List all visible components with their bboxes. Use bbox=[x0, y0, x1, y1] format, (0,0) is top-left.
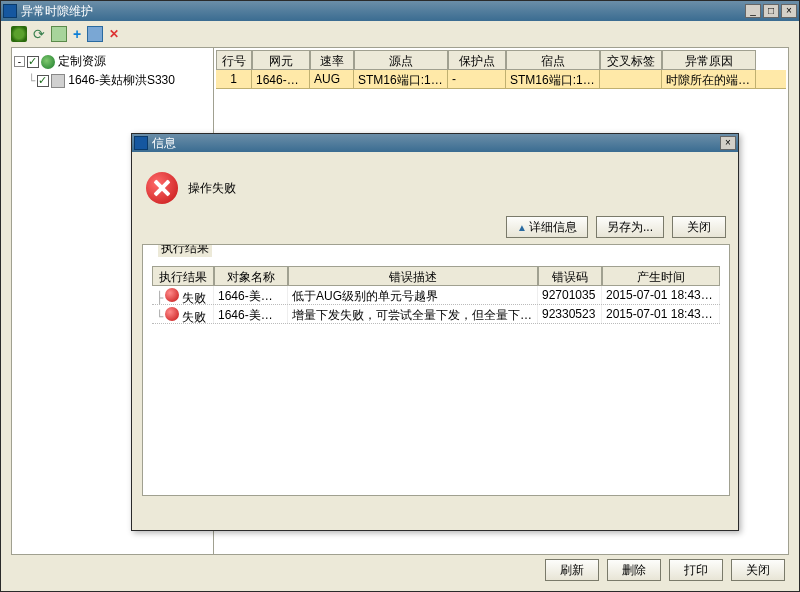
globe-icon bbox=[41, 55, 55, 69]
dialog-button-row: ▲详细信息 另存为... 关闭 bbox=[132, 214, 738, 240]
result-cell: 失败 bbox=[182, 291, 206, 304]
refresh-button[interactable]: 刷新 bbox=[545, 559, 599, 581]
dialog-titlebar: 信息 × bbox=[132, 134, 738, 152]
tree-connector: └ bbox=[28, 74, 35, 88]
tree-child[interactable]: └ 1646-美姑柳洪S330 bbox=[14, 71, 211, 90]
grid-cell: AUG bbox=[310, 70, 354, 88]
home-icon[interactable] bbox=[11, 26, 27, 42]
results-header-cell[interactable]: 错误描述 bbox=[288, 266, 538, 286]
tree-root-label: 定制资源 bbox=[58, 53, 106, 70]
grid-header-cell[interactable]: 异常原因 bbox=[662, 50, 756, 70]
close-button[interactable]: 关闭 bbox=[731, 559, 785, 581]
grid-header-cell[interactable]: 宿点 bbox=[506, 50, 600, 70]
delete-button[interactable]: 删除 bbox=[607, 559, 661, 581]
app-title: 异常时隙维护 bbox=[21, 3, 745, 20]
tree-root[interactable]: - 定制资源 bbox=[14, 52, 211, 71]
grid-cell: 1 bbox=[216, 70, 252, 88]
details-button[interactable]: ▲详细信息 bbox=[506, 216, 588, 238]
app-icon bbox=[3, 4, 17, 18]
fail-icon bbox=[165, 307, 179, 321]
tree-checkbox[interactable] bbox=[37, 75, 49, 87]
plus-icon[interactable]: + bbox=[73, 26, 81, 42]
tree-collapse-icon[interactable]: - bbox=[14, 56, 25, 67]
error-area: 操作失败 bbox=[132, 154, 738, 214]
grid-header-cell[interactable]: 交叉标签 bbox=[600, 50, 662, 70]
grid-cell: - bbox=[448, 70, 506, 88]
error-text: 操作失败 bbox=[188, 180, 236, 197]
results-header-cell[interactable]: 执行结果 bbox=[152, 266, 214, 286]
grid-header-cell[interactable]: 行号 bbox=[216, 50, 252, 70]
tree-child-label: 1646-美姑柳洪S330 bbox=[68, 72, 175, 89]
grid-header-cell[interactable]: 保护点 bbox=[448, 50, 506, 70]
result-cell: 低于AUG级别的单元号越界 bbox=[288, 286, 538, 304]
dialog-icon bbox=[134, 136, 148, 150]
grid-header-cell[interactable]: 速率 bbox=[310, 50, 354, 70]
results-box: 执行结果 执行结果 对象名称 错误描述 错误码 产生时间 ├失败 1646-美姑… bbox=[142, 244, 730, 496]
table-icon[interactable] bbox=[87, 26, 103, 42]
details-label: 详细信息 bbox=[529, 220, 577, 234]
refresh-icon[interactable]: ⟳ bbox=[33, 26, 45, 42]
grid-cell: STM16端口:1-V... bbox=[354, 70, 448, 88]
grid-row[interactable]: 1 1646-美... AUG STM16端口:1-V... - STM16端口… bbox=[216, 70, 786, 89]
result-cell: 2015-07-01 18:43:55 bbox=[602, 305, 720, 323]
result-cell: 1646-美姑柳... bbox=[214, 305, 288, 323]
minimize-button[interactable]: _ bbox=[745, 4, 761, 18]
toolbar: ⟳ + ✕ bbox=[5, 23, 795, 45]
dialog-title: 信息 bbox=[152, 135, 720, 152]
dialog-close-button[interactable]: 关闭 bbox=[672, 216, 726, 238]
grid-header-cell[interactable]: 网元 bbox=[252, 50, 310, 70]
results-header: 执行结果 对象名称 错误描述 错误码 产生时间 bbox=[152, 266, 720, 286]
result-cell: 失败 bbox=[182, 310, 206, 323]
error-icon bbox=[146, 172, 178, 204]
grid-cell: 1646-美... bbox=[252, 70, 310, 88]
delete-icon[interactable]: ✕ bbox=[109, 27, 119, 41]
grid-view-icon[interactable] bbox=[51, 26, 67, 42]
close-window-button[interactable]: × bbox=[781, 4, 797, 18]
results-header-cell[interactable]: 对象名称 bbox=[214, 266, 288, 286]
main-footer: 刷新 删除 打印 关闭 bbox=[545, 559, 785, 581]
result-cell: 增量下发失败，可尝试全量下发，但全量下发有可能影响现有... bbox=[288, 305, 538, 323]
results-header-cell[interactable]: 产生时间 bbox=[602, 266, 720, 286]
grid-header-cell[interactable]: 源点 bbox=[354, 50, 448, 70]
results-row[interactable]: └失败 1646-美姑柳... 增量下发失败，可尝试全量下发，但全量下发有可能影… bbox=[152, 305, 720, 324]
tree-checkbox[interactable] bbox=[27, 56, 39, 68]
maximize-button[interactable]: □ bbox=[763, 4, 779, 18]
device-icon bbox=[51, 74, 65, 88]
dialog-close-icon[interactable]: × bbox=[720, 136, 736, 150]
grid-header: 行号 网元 速率 源点 保护点 宿点 交叉标签 异常原因 bbox=[216, 50, 786, 70]
fail-icon bbox=[165, 288, 179, 302]
grid-cell: STM16端口:1-V... bbox=[506, 70, 600, 88]
grid-cell: 时隙所在的端口... bbox=[662, 70, 756, 88]
results-header-cell[interactable]: 错误码 bbox=[538, 266, 602, 286]
grid-cell bbox=[600, 70, 662, 88]
dialog-body: 操作失败 ▲详细信息 另存为... 关闭 执行结果 执行结果 对象名称 错误描述… bbox=[132, 154, 738, 530]
save-as-button[interactable]: 另存为... bbox=[596, 216, 664, 238]
app-window: 异常时隙维护 _ □ × ⟳ + ✕ - 定制资源 bbox=[0, 0, 800, 592]
collapse-arrows-icon: ▲ bbox=[517, 222, 527, 233]
results-legend: 执行结果 bbox=[158, 244, 212, 257]
result-cell: 1646-美姑柳... bbox=[214, 286, 288, 304]
result-cell: 92701035 bbox=[538, 286, 602, 304]
main-titlebar: 异常时隙维护 _ □ × bbox=[1, 1, 799, 21]
results-row[interactable]: ├失败 1646-美姑柳... 低于AUG级别的单元号越界 92701035 2… bbox=[152, 286, 720, 305]
print-button[interactable]: 打印 bbox=[669, 559, 723, 581]
info-dialog: 信息 × 操作失败 ▲详细信息 另存为... 关闭 执行结果 执行结果 对象名称… bbox=[131, 133, 739, 531]
result-cell: 92330523 bbox=[538, 305, 602, 323]
result-cell: 2015-07-01 18:43:55 bbox=[602, 286, 720, 304]
